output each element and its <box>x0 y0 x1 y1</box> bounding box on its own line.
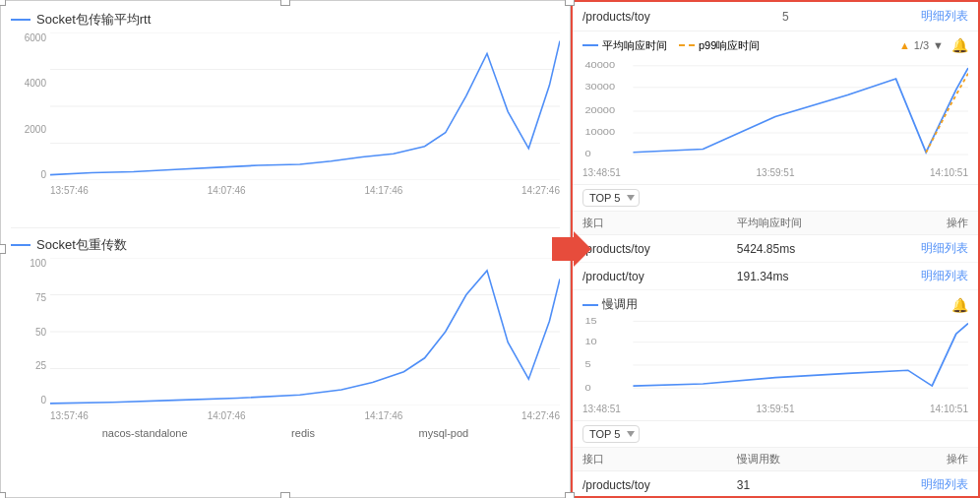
chart2-title-text: Socket包重传数 <box>36 236 127 254</box>
table1-col3-header: 操作 <box>891 216 968 230</box>
resize-handle-bl[interactable] <box>0 492 6 498</box>
top-detail-link[interactable]: 明细列表 <box>921 8 968 25</box>
row1-val: 5424.85ms <box>737 242 891 256</box>
svg-text:10000: 10000 <box>584 127 615 137</box>
chart2-title: Socket包重传数 <box>11 236 560 254</box>
svg-text:5: 5 <box>584 359 590 369</box>
table2-row-1: /products/toy 31 明细列表 <box>573 471 978 498</box>
chart2-title-label: 慢调用 <box>602 296 638 313</box>
chart2-title-row: 慢调用 🔔 <box>582 296 968 313</box>
bell-icon-1[interactable]: 🔔 <box>951 37 968 53</box>
table2-col3-header: 操作 <box>891 452 968 467</box>
x-r2-1: 13:48:51 <box>582 404 621 414</box>
chart2-legend-line <box>582 304 598 306</box>
row1-path: /products/toy <box>582 242 737 256</box>
top5-select[interactable]: TOP 5 <box>582 189 640 207</box>
svg-text:0: 0 <box>584 383 590 393</box>
y-label-50: 50 <box>35 327 46 338</box>
x-r1: 13:48:51 <box>582 167 621 178</box>
row2-path: /product/toy <box>582 270 737 283</box>
y-label-100: 100 <box>30 258 46 269</box>
right-panel: /products/toy 5 明细列表 平均响应时间 p99响应时间 ▲ 1/… <box>571 0 980 498</box>
table-row-2: /product/toy 191.34ms 明细列表 <box>573 263 978 290</box>
chart1-y-axis: 6000 4000 2000 0 <box>11 32 50 180</box>
legend-avg-line <box>582 44 598 46</box>
chart2-legend-line <box>11 244 31 246</box>
resize-handle-bc[interactable] <box>280 492 290 498</box>
svg-text:0: 0 <box>584 149 590 158</box>
table2-col2-header: 慢调用数 <box>737 452 891 467</box>
resize-handle-br[interactable] <box>565 492 575 498</box>
x-r2-3: 14:10:51 <box>930 404 968 414</box>
top-count: 5 <box>782 10 789 24</box>
svg-marker-10 <box>552 231 591 267</box>
chart1-title: Socket包传输平均rtt <box>11 11 560 29</box>
resize-handle-tc[interactable] <box>280 0 290 6</box>
x-label-b3: 14:17:46 <box>364 410 402 421</box>
svg-text:15: 15 <box>584 315 597 325</box>
arrow-indicator <box>552 231 591 267</box>
y-label-4000: 4000 <box>25 78 46 89</box>
x-label-3: 14:17:46 <box>364 185 402 196</box>
table1-col1-header: 接口 <box>582 216 737 230</box>
right-chart1-area: 40000 30000 20000 10000 0 <box>582 57 968 165</box>
node-label-mysql: mysql-pod <box>418 427 468 439</box>
row2-val: 191.34ms <box>737 270 891 283</box>
top5-select-2[interactable]: TOP 5 <box>582 425 640 443</box>
right-chart2-svg: 15 10 5 0 <box>582 313 968 402</box>
chart2-x-axis: 13:57:46 14:07:46 14:17:46 14:27:46 <box>50 405 560 425</box>
triangle-up-icon: ▲ <box>899 39 910 51</box>
chart2-title-left: 慢调用 <box>582 296 638 313</box>
y-label-0b: 0 <box>40 395 46 405</box>
x-r2: 13:59:51 <box>757 167 795 178</box>
t2-row1-action[interactable]: 明细列表 <box>891 476 968 493</box>
table1-col2-header: 平均响应时间 <box>737 216 891 230</box>
legend-avg-label: 平均响应时间 <box>602 38 667 53</box>
legend-p99-line <box>679 44 695 46</box>
legend-avg: 平均响应时间 <box>582 38 667 53</box>
y-label-25: 25 <box>35 360 46 371</box>
top-path: /products/toy <box>582 10 650 24</box>
x-label-1: 13:57:46 <box>50 185 89 196</box>
arrow-svg <box>552 231 591 267</box>
table2-col1-header: 接口 <box>582 452 737 467</box>
node-labels: nacos-standalone redis mysql-pod <box>11 425 560 439</box>
y-label-6000: 6000 <box>25 32 46 43</box>
right-chart2-section: 慢调用 🔔 15 10 5 0 13:48:51 13:59:51 14:10:… <box>573 290 978 421</box>
resize-handle-tl[interactable] <box>0 0 6 6</box>
legend-p99-label: p99响应时间 <box>699 38 760 53</box>
pagination-text: 1/3 <box>914 39 929 51</box>
row1-action[interactable]: 明细列表 <box>891 240 968 257</box>
triangle-down-icon: ▼ <box>933 39 944 51</box>
right-chart1-x-labels: 13:48:51 13:59:51 14:10:51 <box>582 167 968 178</box>
chart1-legends: 平均响应时间 p99响应时间 <box>582 38 760 53</box>
right-chart2-x-labels: 13:48:51 13:59:51 14:10:51 <box>582 404 968 414</box>
x-label-b4: 14:27:46 <box>521 410 560 421</box>
top5-row: TOP 5 <box>573 185 978 212</box>
row2-action[interactable]: 明细列表 <box>891 268 968 284</box>
chart1-svg <box>50 32 560 180</box>
resize-handle-ml[interactable] <box>0 244 6 254</box>
chart2-svg <box>50 258 560 405</box>
x-r2-2: 13:59:51 <box>757 404 795 414</box>
chart1-title-text: Socket包传输平均rtt <box>36 11 151 29</box>
x-label-4: 14:27:46 <box>521 185 560 196</box>
resize-handle-tr[interactable] <box>565 0 575 6</box>
chart1-legend-line <box>11 19 31 21</box>
x-label-b1: 13:57:46 <box>50 410 89 421</box>
table-row-1: /products/toy 5424.85ms 明细列表 <box>573 235 978 263</box>
y-label-0: 0 <box>40 169 46 180</box>
chart1-inner <box>50 32 560 180</box>
right-chart1-header: 平均响应时间 p99响应时间 ▲ 1/3 ▼ 🔔 <box>582 37 968 53</box>
bell-icon-2[interactable]: 🔔 <box>951 297 968 313</box>
legend-p99: p99响应时间 <box>679 38 760 53</box>
chart1-controls: ▲ 1/3 ▼ 🔔 <box>899 37 968 53</box>
t2-row1-path: /products/toy <box>582 478 737 492</box>
node-label-nacos: nacos-standalone <box>102 427 188 439</box>
y-label-2000: 2000 <box>25 124 46 135</box>
chart1-container: Socket包传输平均rtt 6000 4000 2000 0 <box>1 1 570 227</box>
chart2-area: 100 75 50 25 0 13:57:46 14:07 <box>11 258 560 425</box>
x-label-2: 14:07:46 <box>208 185 246 196</box>
chart2-y-axis: 100 75 50 25 0 <box>11 258 50 405</box>
chart2-inner <box>50 258 560 405</box>
